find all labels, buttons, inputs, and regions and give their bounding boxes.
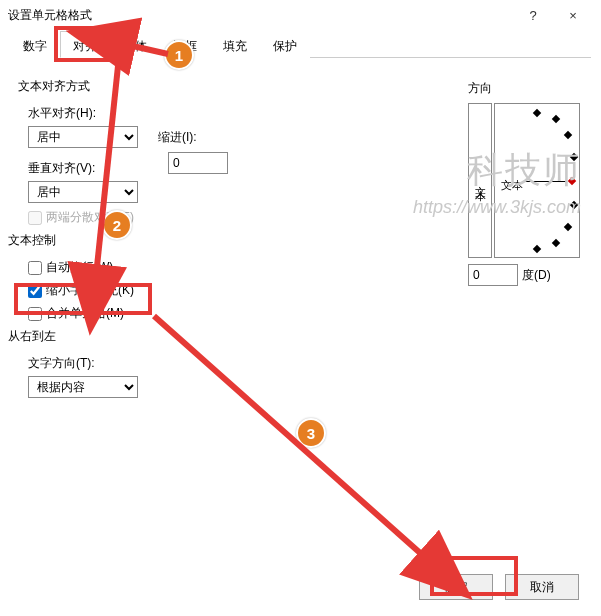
dial-dot xyxy=(552,115,560,123)
indent-label: 缩进(I): xyxy=(158,129,197,146)
direction-section-label: 方向 xyxy=(468,80,583,97)
textdir-label: 文字方向(T): xyxy=(28,355,583,372)
dial-dot xyxy=(533,245,541,253)
indent-stepper[interactable] xyxy=(168,152,228,174)
dial-dot xyxy=(564,223,572,231)
merge-checkbox[interactable] xyxy=(28,307,42,321)
shrink-label: 缩小字体填充(K) xyxy=(46,282,134,299)
wrap-checkbox[interactable] xyxy=(28,261,42,275)
dial-dot xyxy=(570,201,578,209)
orientation-dial-text: 文本 xyxy=(501,178,523,193)
tab-alignment[interactable]: 对齐 xyxy=(60,31,110,58)
tab-border[interactable]: 边框 xyxy=(160,31,210,58)
dial-dot xyxy=(552,239,560,247)
justify-label: 两端分散对齐(E) xyxy=(46,209,134,226)
ok-button[interactable]: 确定 xyxy=(419,574,493,600)
tab-number[interactable]: 数字 xyxy=(10,31,60,58)
close-button[interactable]: × xyxy=(553,1,593,29)
dial-dot-active xyxy=(568,177,576,185)
dial-dot xyxy=(533,109,541,117)
orientation-vertical-text[interactable]: 文本 xyxy=(468,103,492,258)
tab-fill[interactable]: 填充 xyxy=(210,31,260,58)
textdir-select[interactable]: 根据内容 xyxy=(28,376,138,398)
window-title: 设置单元格格式 xyxy=(8,7,513,24)
dial-dot xyxy=(564,131,572,139)
tab-protect[interactable]: 保护 xyxy=(260,31,310,58)
dial-dot xyxy=(570,153,578,161)
degree-label: 度(D) xyxy=(522,267,551,284)
shrink-checkbox[interactable] xyxy=(28,284,42,298)
v-align-select[interactable]: 居中 xyxy=(28,181,138,203)
wrap-label: 自动换行(W) xyxy=(46,259,113,276)
orientation-dial-line xyxy=(525,181,567,182)
tab-font[interactable]: 字体 xyxy=(110,31,160,58)
degree-stepper[interactable] xyxy=(468,264,518,286)
help-button[interactable]: ? xyxy=(513,1,553,29)
cancel-button[interactable]: 取消 xyxy=(505,574,579,600)
tab-strip: 数字 对齐 字体 边框 填充 保护 xyxy=(10,30,591,58)
orientation-dial[interactable]: 文本 xyxy=(494,103,580,258)
h-align-select[interactable]: 居中 xyxy=(28,126,138,148)
justify-checkbox xyxy=(28,211,42,225)
annotation-badge-3: 3 xyxy=(296,418,326,448)
merge-label: 合并单元格(M) xyxy=(46,305,124,322)
rtl-section-label: 从右到左 xyxy=(8,328,583,345)
